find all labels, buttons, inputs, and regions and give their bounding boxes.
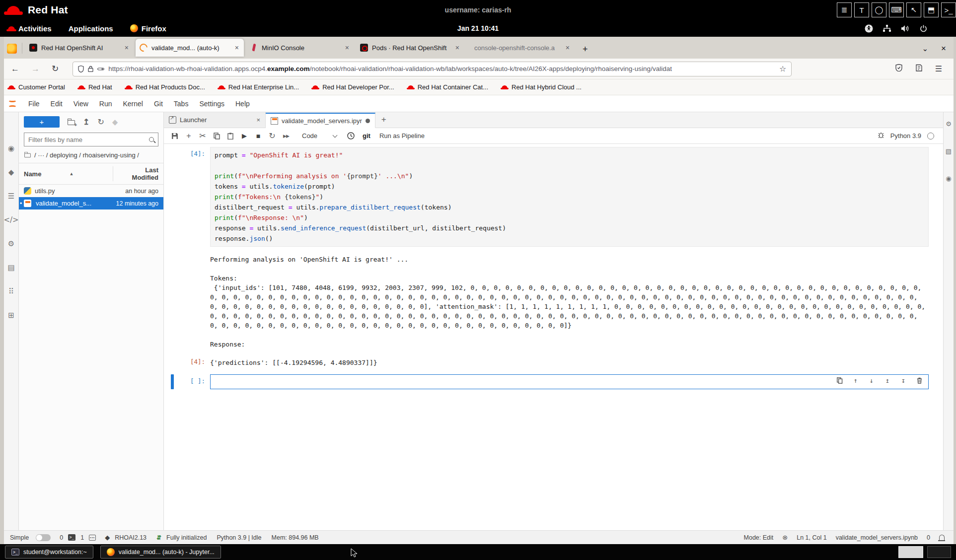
protections-icon[interactable]: [895, 64, 902, 73]
stop-icon[interactable]: ■: [251, 130, 265, 142]
simple-mode-toggle[interactable]: [36, 534, 51, 541]
init-status[interactable]: Fully initialized: [166, 534, 207, 541]
tab-close-icon[interactable]: ×: [234, 44, 240, 52]
hamburger-menu-icon[interactable]: ☰: [935, 64, 942, 73]
paste-icon[interactable]: [223, 130, 237, 142]
bookmark-item[interactable]: Red Hat Enterprise Lin...: [218, 83, 299, 91]
menu-item[interactable]: Help: [230, 100, 255, 108]
notebook-jobs-icon[interactable]: ▤: [6, 262, 17, 273]
bookmark-star-icon[interactable]: ☆: [779, 64, 786, 73]
kernel-status-icon[interactable]: [927, 133, 934, 140]
browser-tab[interactable]: console-openshift-console.a ×: [466, 39, 575, 57]
copy-icon[interactable]: [210, 130, 223, 142]
gears-icon[interactable]: ⚙: [6, 238, 17, 249]
menu-item[interactable]: Edit: [45, 100, 68, 108]
utils.py[interactable]: utils.py an hour ago: [19, 185, 163, 197]
bookmark-item[interactable]: Red Hat Hybrid Cloud ...: [501, 83, 582, 91]
document-tab[interactable]: Launcher ×: [164, 112, 266, 128]
empty-cell-editor[interactable]: ↑ ↓ ↥ ↧: [210, 374, 929, 389]
menu-item[interactable]: View: [68, 100, 94, 108]
restart-kernel-icon[interactable]: ↻: [265, 130, 279, 142]
firefox-view-icon[interactable]: [7, 44, 17, 54]
menu-item[interactable]: Run: [94, 100, 118, 108]
insert-cell-above-icon[interactable]: ↥: [883, 376, 891, 384]
cut-icon[interactable]: ✂: [196, 130, 210, 142]
git-icon[interactable]: ◆: [6, 167, 17, 178]
browser-tab[interactable]: MinIO Console ×: [246, 39, 354, 57]
restart-run-all-icon[interactable]: ▶▶: [279, 130, 293, 142]
delete-cell-icon[interactable]: [915, 376, 923, 384]
browser-tab[interactable]: Pods · Red Hat OpenShift ×: [356, 39, 464, 57]
menu-item[interactable]: File: [23, 100, 45, 108]
new-tab-button[interactable]: +: [580, 44, 591, 55]
new-launcher-button[interactable]: +: [24, 116, 60, 128]
insert-cell-below-icon[interactable]: ↧: [899, 376, 907, 384]
menu-item[interactable]: Kernel: [117, 100, 148, 108]
forward-button[interactable]: →: [26, 63, 45, 75]
kernels-count[interactable]: 1: [80, 534, 84, 541]
property-inspector-icon[interactable]: ⚙: [946, 120, 952, 128]
extension-manager-icon[interactable]: ⊞: [6, 310, 17, 321]
code-snippets-icon[interactable]: </>: [6, 214, 17, 225]
debugger-icon[interactable]: ◉: [946, 175, 951, 182]
bookmark-item[interactable]: Red Hat Products Doc...: [125, 83, 205, 91]
code-editor[interactable]: prompt = "OpenShift AI is great!" print(…: [210, 147, 929, 247]
tab-close-icon[interactable]: ×: [124, 44, 130, 52]
menu-item[interactable]: Settings: [194, 100, 230, 108]
workspace-indicator-active[interactable]: [898, 546, 923, 558]
menu-item[interactable]: Git: [148, 100, 168, 108]
taskbar-firefox-window[interactable]: validate_mod... (auto-k) - Jupyter...: [100, 546, 221, 559]
bookmark-item[interactable]: Red Hat Container Cat...: [407, 83, 488, 91]
browser-tab[interactable]: validate_mod... (auto-k) ×: [136, 39, 244, 57]
history-clock-icon[interactable]: [344, 130, 358, 142]
shield-icon[interactable]: [78, 66, 84, 72]
doc-tab-close-icon[interactable]: ×: [256, 116, 260, 124]
move-cell-down-icon[interactable]: ↓: [868, 376, 876, 384]
save-icon[interactable]: [168, 130, 182, 142]
upload-icon[interactable]: ↥: [83, 117, 89, 127]
palette-icon[interactable]: ▧: [946, 147, 952, 155]
terminals-count[interactable]: 0: [60, 534, 63, 541]
git-toolbar-button[interactable]: git: [358, 132, 375, 140]
run-as-pipeline-button[interactable]: Run as Pipeline: [375, 132, 429, 140]
menu-item[interactable]: Tabs: [168, 100, 194, 108]
tab-close-icon[interactable]: ×: [344, 44, 350, 52]
breadcrumb[interactable]: / ··· / deploying / rhoaiserving-using /: [19, 150, 163, 163]
bookmark-item[interactable]: Red Hat: [78, 83, 112, 91]
move-cell-up-icon[interactable]: ↑: [852, 376, 860, 384]
notification-count[interactable]: 0: [927, 534, 930, 541]
clock[interactable]: Jan 21 10:41: [0, 24, 956, 32]
workspace-indicator[interactable]: [927, 546, 951, 558]
insert-cell-icon[interactable]: +: [182, 130, 196, 142]
running-sessions-icon[interactable]: ◉: [6, 143, 17, 154]
cursor-position[interactable]: Ln 1, Col 1: [797, 534, 826, 541]
list-all-tabs-icon[interactable]: ⌄: [922, 44, 928, 53]
code-cell[interactable]: [4]: prompt = "OpenShift AI is great!" p…: [164, 147, 943, 247]
toc-icon[interactable]: ☰: [6, 191, 17, 202]
browser-tab[interactable]: Red Hat OpenShift AI ×: [25, 39, 134, 57]
notebook-content[interactable]: [4]: prompt = "OpenShift AI is great!" p…: [164, 144, 943, 530]
edit-mode-label[interactable]: Mode: Edit: [744, 534, 774, 541]
url-text[interactable]: https://rhoai-validation-wb-rhoai-valida…: [108, 65, 775, 72]
components-icon[interactable]: ⠿: [6, 286, 17, 297]
kernel-state[interactable]: Python 3.9 | Idle: [217, 534, 261, 541]
reload-button[interactable]: ↻: [47, 63, 64, 75]
validate_model_s...[interactable]: validate_model_s... 12 minutes ago: [19, 197, 163, 210]
file-filter-box[interactable]: [24, 133, 158, 146]
new-doc-tab-button[interactable]: +: [375, 115, 392, 125]
back-button[interactable]: ←: [6, 63, 24, 75]
tab-close-icon[interactable]: ×: [454, 44, 460, 52]
run-icon[interactable]: ▶: [237, 130, 251, 142]
duplicate-cell-icon[interactable]: [836, 376, 844, 384]
git-clone-icon[interactable]: ◆: [112, 118, 118, 127]
tab-close-icon[interactable]: ×: [565, 44, 571, 52]
debugger-bug-icon[interactable]: [878, 132, 884, 140]
bookmark-item[interactable]: Customer Portal: [8, 83, 65, 91]
lock-icon[interactable]: [88, 66, 93, 72]
kernel-name-label[interactable]: Python 3.9: [890, 132, 921, 140]
permissions-icon[interactable]: [97, 67, 104, 71]
empty-cell[interactable]: [ ]: ↑ ↓ ↥ ↧: [164, 374, 943, 389]
save-to-pocket-icon[interactable]: [915, 64, 922, 73]
window-close-icon[interactable]: ×: [941, 44, 946, 54]
refresh-icon[interactable]: ↻: [97, 117, 104, 127]
